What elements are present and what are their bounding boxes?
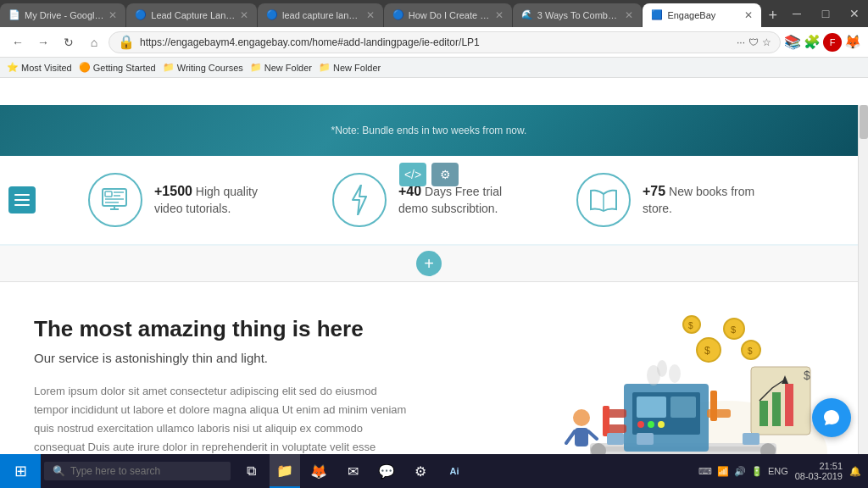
language-label: ENG [768,466,788,476]
extensions-icon[interactable]: 🧩 [804,34,821,50]
task-view-button[interactable]: ⧉ [236,454,266,488]
firefox-taskbar-button[interactable]: 🦊 [303,454,334,488]
address-bar[interactable]: 🔒 https://engagebaym4.engagebay.com/home… [108,31,781,53]
tab-how-do-i[interactable]: 🔵 How Do I Create a Le... ✕ [384,3,512,27]
tab-title: EngageBay [667,10,740,20]
svg-point-20 [648,421,654,428]
reading-list-icon[interactable]: 📚 [784,34,801,50]
taskbar: ⊞ 🔍 ⧉ 📁 🦊 ✉ 💬 ⚙ Ai ⌨ 📶 🔊 🔋 ENG 21:51 08-… [0,454,868,488]
taskbar-search[interactable]: 🔍 [44,462,231,480]
ai-taskbar-button[interactable]: Ai [439,454,470,488]
tab-favicon: 🔵 [135,9,147,21]
stat-item-tutorials: +1500 High quality video tutorials. [88,173,281,227]
tab-lead-capture[interactable]: 🔵 Lead Capture Landing... ✕ [126,3,257,27]
clock-date: 08-03-2019 [795,471,843,481]
stat-text-tutorials: +1500 High quality video tutorials. [154,182,281,218]
add-section-row: + [0,246,858,282]
stat-icon-book [576,173,631,227]
sidebar-menu-button[interactable] [8,186,36,214]
maximize-button[interactable]: □ [812,0,839,27]
tab-close[interactable]: ✕ [108,9,117,21]
bookmark-new-folder2[interactable]: 📁 New Folder [319,62,381,73]
tab-title: lead capture landing ... [282,10,362,20]
tab-title: How Do I Create a Le... [409,10,491,20]
page-scrollbar[interactable] [858,105,868,454]
lock-icon: 🔒 [118,34,135,50]
main-content-section: The most amazing thing is here Our servi… [0,282,858,454]
tab-close[interactable]: ✕ [495,9,504,21]
refresh-button[interactable]: ↻ [58,31,80,53]
back-button[interactable]: ← [7,31,29,53]
svg-point-29 [669,364,681,383]
bookmark-new-folder1[interactable]: 📁 New Folder [250,62,312,73]
svg-rect-18 [670,396,696,418]
chat-button[interactable] [812,398,851,437]
tab-close[interactable]: ✕ [240,9,248,21]
forward-button[interactable]: → [32,31,54,53]
search-input[interactable] [70,465,206,477]
tab-close[interactable]: ✕ [366,9,375,21]
battery-icon: 🔋 [751,466,763,477]
tab-engagebay[interactable]: 🟦 EngageBay ✕ [643,3,761,27]
taskbar-icons: ⧉ 📁 🦊 ✉ 💬 ⚙ Ai [236,454,470,488]
bookmark-writing-courses[interactable]: 📁 Writing Courses [163,62,243,73]
folder-icon: 📁 [163,62,175,73]
settings-taskbar-button[interactable]: ⚙ [405,454,436,488]
bookmark-getting-started[interactable]: 🟠 Getting Started [79,62,156,73]
tab-google-drive[interactable]: 📄 My Drive - Google Dr... ✕ [0,3,125,27]
address-icons: ··· 🛡 ☆ [737,36,771,48]
minimize-button[interactable]: ─ [783,0,810,27]
profile-icon[interactable]: F [823,33,842,52]
file-explorer-button[interactable]: 📁 [270,454,300,488]
sound-icon: 🔊 [734,466,746,477]
star-icon[interactable]: ☆ [762,36,771,48]
tab-3-ways[interactable]: 🌊 3 Ways To Combat La... ✕ [513,3,643,27]
svg-rect-26 [710,391,717,421]
mail-taskbar-button[interactable]: ✉ [337,454,368,488]
firefox-icon[interactable]: 🦊 [844,34,861,50]
taskbar-right: ⌨ 📶 🔊 🔋 ENG 21:51 08-03-2019 🔔 [698,461,868,481]
tab-favicon: 🔵 [266,9,278,21]
browser-chrome: 📄 My Drive - Google Dr... ✕ 🔵 Lead Captu… [0,0,868,78]
gear-button[interactable]: ⚙ [431,163,459,186]
svg-text:$: $ [731,324,736,335]
skype-taskbar-button[interactable]: 💬 [371,454,402,488]
svg-point-21 [658,421,665,428]
network-icon: 📶 [717,466,729,477]
svg-rect-17 [637,396,666,418]
main-image-column: $ $ $ $ [441,282,858,454]
machine-illustration: $ $ $ $ [471,299,827,454]
code-button[interactable]: </> [399,163,426,186]
bookmarks-bar: ⭐ Most Visited 🟠 Getting Started 📁 Writi… [0,58,868,78]
hamburger-line [14,199,30,201]
notification-icon[interactable]: 🔔 [849,466,861,477]
tab-close[interactable]: ✕ [744,9,753,21]
tab-title: My Drive - Google Dr... [25,10,104,20]
stat-icon-bolt [332,173,387,227]
home-button[interactable]: ⌂ [83,31,105,53]
tab-favicon: 🟦 [651,9,663,21]
svg-rect-39 [760,401,768,426]
tab-favicon: 🌊 [521,9,533,21]
bookmark-most-visited[interactable]: ⭐ Most Visited [7,62,72,73]
tab-lead-capture2[interactable]: 🔵 lead capture landing ... ✕ [258,3,383,27]
scrollbar-thumb[interactable] [860,105,868,139]
tab-close[interactable]: ✕ [625,9,633,21]
svg-text:$: $ [688,321,693,330]
content-area: *Note: Bundle ends in two weeks from now… [0,105,868,454]
folder-icon: 📁 [319,62,331,73]
clock-time: 21:51 [795,461,843,471]
main-text-column: The most amazing thing is here Our servi… [0,282,441,454]
new-tab-button[interactable]: + [762,3,783,27]
start-button[interactable]: ⊞ [0,454,41,488]
hamburger-line [14,194,30,196]
window-controls: ─ □ ✕ [783,0,868,27]
nav-right-icons: 📚 🧩 F 🦊 [784,33,861,52]
svg-point-28 [657,360,667,377]
more-options-icon[interactable]: ··· [737,36,745,48]
add-section-button[interactable]: + [416,251,442,276]
svg-marker-8 [353,185,366,215]
chat-icon [822,408,841,427]
svg-line-49 [566,431,575,443]
close-button[interactable]: ✕ [841,0,868,27]
